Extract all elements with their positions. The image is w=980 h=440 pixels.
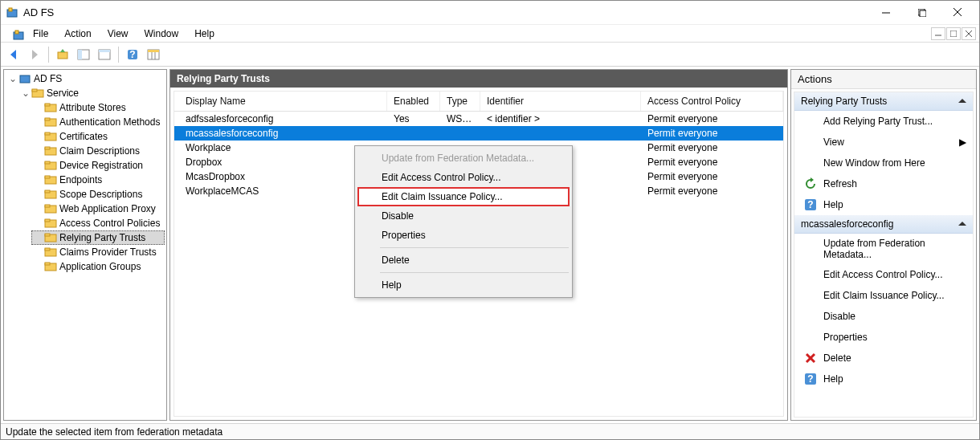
col-identifier[interactable]: Identifier bbox=[480, 92, 641, 111]
svg-text:?: ? bbox=[807, 373, 813, 385]
action-item[interactable]: Disable bbox=[794, 306, 973, 327]
action-label: Edit Access Control Policy... bbox=[823, 269, 943, 280]
svg-rect-1 bbox=[9, 8, 12, 11]
context-item[interactable]: Delete bbox=[357, 251, 570, 270]
action-item[interactable]: Add Relying Party Trust... bbox=[794, 111, 973, 132]
twisty-icon[interactable]: ⌄ bbox=[7, 73, 18, 84]
cell-name: adfssalesforceconfig bbox=[174, 112, 387, 126]
action-item[interactable]: New Window from Here bbox=[794, 153, 973, 173]
tree-service[interactable]: ⌄ Service bbox=[18, 86, 165, 100]
menu-window[interactable]: Window bbox=[137, 26, 187, 41]
actions-title: Actions bbox=[791, 70, 976, 89]
col-enabled[interactable]: Enabled bbox=[387, 92, 440, 111]
mdi-restore[interactable] bbox=[946, 27, 961, 40]
help-icon: ? bbox=[804, 198, 817, 211]
tree-item-label: Authentication Methods bbox=[59, 116, 160, 128]
mdi-close[interactable] bbox=[962, 27, 976, 40]
context-item[interactable]: Disable bbox=[357, 206, 570, 226]
menu-view[interactable]: View bbox=[100, 26, 137, 41]
columns-button[interactable] bbox=[144, 45, 163, 64]
cell-policy: Permit everyone bbox=[641, 169, 783, 184]
context-item[interactable]: Properties bbox=[357, 226, 570, 245]
table-row[interactable]: mcassalesforceconfigPermit everyone bbox=[174, 126, 783, 141]
help-button[interactable]: ? bbox=[123, 45, 142, 64]
col-type[interactable]: Type bbox=[440, 92, 480, 111]
show-hide-tree-button[interactable] bbox=[74, 45, 93, 64]
action-item[interactable]: Refresh bbox=[794, 173, 973, 194]
tree-item[interactable]: Scope Descriptions bbox=[31, 187, 165, 202]
table-row[interactable]: adfssalesforceconfigYesWS-T...< identifi… bbox=[174, 112, 783, 126]
col-display-name[interactable]: Display Name bbox=[174, 92, 387, 111]
context-item[interactable]: Help bbox=[357, 275, 570, 295]
svg-rect-31 bbox=[45, 104, 50, 106]
maximize-button[interactable] bbox=[904, 1, 940, 24]
center-pane: Relying Party Trusts Display Name Enable… bbox=[169, 69, 788, 421]
main-area: ⌄ AD FS ⌄ Service Attribute StoresAuthen… bbox=[1, 67, 979, 423]
tree-item[interactable]: Claim Descriptions bbox=[31, 144, 165, 158]
status-text: Update the selected item from federation… bbox=[6, 426, 223, 438]
close-button[interactable] bbox=[940, 1, 976, 24]
up-button[interactable] bbox=[53, 45, 72, 64]
svg-rect-10 bbox=[950, 31, 957, 37]
action-item[interactable]: Edit Access Control Policy... bbox=[794, 264, 973, 285]
app-icon bbox=[6, 6, 18, 19]
tree-item[interactable]: Application Groups bbox=[31, 259, 165, 274]
tree-item[interactable]: Attribute Stores bbox=[31, 100, 165, 115]
none-icon bbox=[804, 136, 817, 149]
tree-item[interactable]: Access Control Policies bbox=[31, 216, 165, 230]
context-item[interactable]: Edit Claim Issuance Policy... bbox=[357, 187, 570, 206]
twisty-icon[interactable]: ⌄ bbox=[20, 88, 31, 99]
minimize-button[interactable] bbox=[868, 1, 904, 24]
context-separator bbox=[380, 247, 569, 248]
none-icon bbox=[804, 289, 817, 302]
actions-section-2[interactable]: mcassalesforceconfig bbox=[794, 215, 973, 234]
forward-button[interactable] bbox=[25, 45, 44, 64]
tree-root[interactable]: ⌄ AD FS bbox=[6, 71, 165, 86]
action-item[interactable]: Properties bbox=[794, 327, 973, 348]
actions-section-1[interactable]: Relying Party Trusts bbox=[794, 92, 973, 111]
actions-pane: Actions Relying Party Trusts Add Relying… bbox=[790, 69, 977, 421]
action-item[interactable]: Delete bbox=[794, 348, 973, 369]
action-item[interactable]: ?Help bbox=[794, 369, 973, 389]
action-item[interactable]: View▶ bbox=[794, 132, 973, 153]
folder-icon bbox=[44, 145, 57, 157]
tree-item[interactable]: Certificates bbox=[31, 129, 165, 144]
context-separator bbox=[380, 272, 569, 273]
cell-name: mcassalesforceconfig bbox=[174, 126, 387, 141]
status-bar: Update the selected item from federation… bbox=[1, 423, 979, 439]
cell-policy: Permit everyone bbox=[641, 141, 783, 155]
context-menu: Update from Federation Metadata...Edit A… bbox=[354, 145, 573, 298]
help-icon: ? bbox=[804, 373, 817, 385]
svg-rect-8 bbox=[15, 31, 18, 34]
action-item[interactable]: Edit Claim Issuance Policy... bbox=[794, 285, 973, 306]
context-item[interactable]: Edit Access Control Policy... bbox=[357, 168, 570, 187]
menu-action[interactable]: Action bbox=[56, 26, 99, 41]
back-button[interactable] bbox=[4, 45, 23, 64]
tree-item[interactable]: Device Registration bbox=[31, 158, 165, 173]
mdi-minimize[interactable] bbox=[931, 27, 945, 40]
tree-root-label: AD FS bbox=[34, 73, 62, 84]
svg-rect-27 bbox=[20, 75, 30, 83]
cell-identifier bbox=[480, 126, 641, 141]
col-policy[interactable]: Access Control Policy bbox=[641, 92, 783, 111]
tree-item[interactable]: Endpoints bbox=[31, 173, 165, 187]
tree-item[interactable]: Web Application Proxy bbox=[31, 202, 165, 216]
properties-button[interactable] bbox=[95, 45, 114, 64]
menu-file[interactable]: File bbox=[25, 26, 56, 41]
folder-icon bbox=[44, 202, 57, 215]
menu-help[interactable]: Help bbox=[186, 26, 223, 41]
folder-icon bbox=[44, 188, 57, 201]
window-title: AD FS bbox=[23, 6, 868, 18]
tree-item[interactable]: Claims Provider Trusts bbox=[31, 245, 165, 259]
svg-rect-18 bbox=[78, 50, 82, 59]
tree-item[interactable]: Relying Party Trusts bbox=[31, 230, 165, 245]
svg-marker-58 bbox=[958, 222, 966, 226]
action-item[interactable]: ?Help bbox=[794, 194, 973, 215]
tree-item-label: Claim Descriptions bbox=[59, 145, 140, 157]
title-bar: AD FS bbox=[1, 1, 979, 25]
action-label: New Window from Here bbox=[823, 157, 925, 169]
action-item[interactable]: Update from Federation Metadata... bbox=[794, 234, 973, 264]
tree-item[interactable]: Authentication Methods bbox=[31, 115, 165, 129]
actions-section-1-label: Relying Party Trusts bbox=[801, 96, 887, 107]
folder-icon bbox=[44, 159, 57, 172]
